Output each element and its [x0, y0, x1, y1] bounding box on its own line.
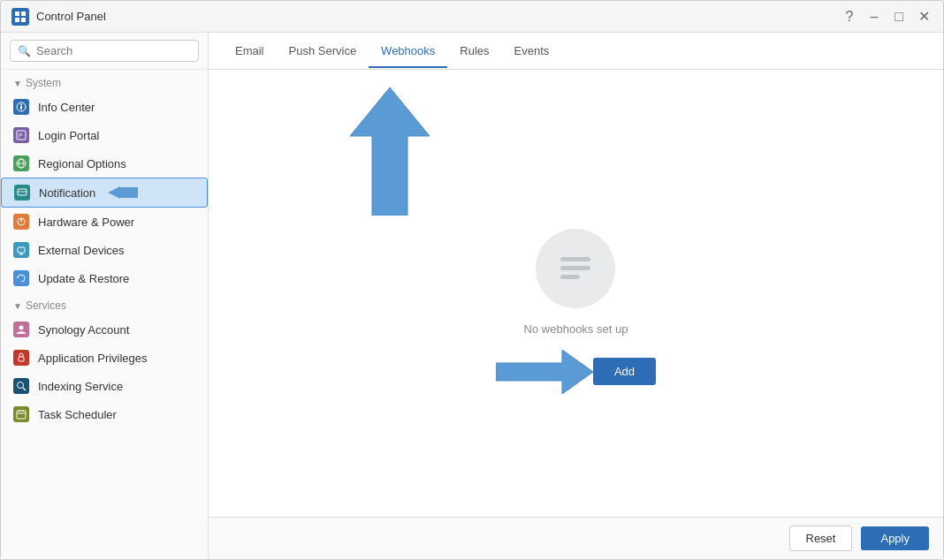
tab-webhooks[interactable]: Webhooks: [369, 35, 447, 68]
search-input[interactable]: [36, 44, 191, 57]
section-services: ▼ Services: [1, 292, 208, 315]
svg-rect-29: [560, 257, 590, 261]
empty-text: No webhooks set up: [524, 322, 628, 336]
section-system: ▼ System: [1, 70, 208, 93]
svg-text:P: P: [19, 132, 23, 139]
svg-rect-3: [21, 18, 26, 22]
svg-rect-24: [17, 411, 26, 419]
svg-rect-5: [20, 106, 22, 110]
search-bar: 🔍: [1, 33, 208, 70]
svg-rect-21: [19, 357, 24, 361]
arrow-annotation: [108, 186, 138, 199]
bottom-bar: Reset Apply: [209, 517, 943, 559]
svg-point-22: [18, 382, 24, 389]
services-section-arrow: ▼: [13, 301, 22, 311]
maximize-button[interactable]: □: [890, 8, 908, 26]
arrow-right-svg: [496, 350, 593, 394]
info-center-icon: [13, 99, 29, 115]
sidebar-item-update-restore[interactable]: Update & Restore: [1, 264, 208, 292]
task-scheduler-icon: [13, 406, 29, 422]
title-bar: Control Panel ? – □ ✕: [1, 1, 943, 33]
add-button[interactable]: Add: [593, 358, 656, 385]
hardware-power-icon: [13, 214, 29, 230]
app-icon: [11, 8, 29, 26]
close-button[interactable]: ✕: [915, 8, 933, 26]
sidebar-item-synology-account[interactable]: Synology Account: [1, 315, 208, 344]
task-scheduler-label: Task Scheduler: [38, 408, 117, 421]
tab-email[interactable]: Email: [223, 35, 277, 68]
sidebar-item-login-portal[interactable]: P Login Portal: [1, 121, 208, 149]
synology-account-icon: [13, 322, 29, 337]
empty-icon: [536, 229, 615, 308]
indexing-service-label: Indexing Service: [38, 380, 123, 393]
svg-line-23: [23, 388, 26, 390]
sidebar-item-info-center[interactable]: Info Center: [1, 93, 208, 121]
sidebar-item-application-privileges[interactable]: Application Privileges: [1, 344, 208, 372]
update-restore-label: Update & Restore: [38, 272, 129, 285]
arrow-left-head: [108, 186, 120, 199]
sidebar-item-regional-options[interactable]: Regional Options: [1, 149, 208, 178]
svg-rect-1: [21, 11, 26, 16]
tab-events[interactable]: Events: [502, 35, 562, 68]
login-portal-label: Login Portal: [38, 129, 99, 142]
arrow-left-body: [120, 187, 138, 198]
login-portal-icon: P: [13, 127, 29, 143]
svg-marker-28: [350, 87, 430, 216]
synology-account-label: Synology Account: [38, 323, 129, 337]
up-arrow-annotation: [350, 87, 430, 218]
svg-rect-2: [15, 18, 19, 22]
arrow-up-svg: [350, 87, 430, 216]
tab-push-service[interactable]: Push Service: [277, 35, 369, 68]
external-devices-label: External Devices: [38, 244, 125, 257]
sidebar: 🔍 ▼ System Info Center P Login Portal: [1, 33, 209, 559]
notification-label: Notification: [39, 186, 95, 200]
tabs-bar: Email Push Service Webhooks Rules Events: [209, 33, 943, 70]
svg-marker-19: [17, 276, 19, 278]
sidebar-item-indexing-service[interactable]: Indexing Service: [1, 372, 208, 400]
svg-rect-16: [18, 247, 25, 253]
add-row: Add: [496, 350, 656, 394]
empty-state: No webhooks set up Add: [496, 229, 656, 394]
main-layout: 🔍 ▼ System Info Center P Login Portal: [1, 33, 943, 559]
svg-point-6: [20, 104, 22, 106]
content-area: Email Push Service Webhooks Rules Events: [209, 33, 943, 559]
content-body: No webhooks set up Add: [209, 70, 943, 517]
external-devices-icon: [13, 242, 29, 258]
svg-rect-30: [560, 266, 590, 270]
window-title: Control Panel: [36, 10, 841, 23]
window-controls: ? – □ ✕: [841, 8, 933, 26]
svg-rect-31: [560, 275, 580, 279]
apply-button[interactable]: Apply: [861, 526, 929, 550]
search-icon: 🔍: [18, 45, 31, 57]
minimize-button[interactable]: –: [865, 8, 883, 26]
svg-rect-0: [15, 11, 19, 16]
application-privileges-label: Application Privileges: [38, 352, 148, 365]
update-restore-icon: [13, 270, 29, 286]
regional-options-icon: [13, 155, 29, 171]
regional-options-label: Regional Options: [38, 157, 126, 170]
reset-button[interactable]: Reset: [789, 526, 853, 551]
sidebar-item-notification[interactable]: Notification: [1, 178, 208, 208]
search-wrap[interactable]: 🔍: [10, 40, 199, 62]
sidebar-item-external-devices[interactable]: External Devices: [1, 236, 208, 264]
info-center-label: Info Center: [38, 101, 95, 114]
tab-rules[interactable]: Rules: [447, 35, 501, 68]
application-privileges-icon: [13, 350, 29, 366]
control-panel-window: Control Panel ? – □ ✕ 🔍 ▼ System: [0, 0, 944, 560]
sidebar-item-hardware-power[interactable]: Hardware & Power: [1, 208, 208, 236]
hardware-power-label: Hardware & Power: [38, 216, 134, 229]
svg-rect-12: [18, 189, 27, 195]
svg-marker-32: [496, 350, 593, 394]
help-button[interactable]: ?: [841, 8, 858, 26]
notification-icon: [14, 185, 30, 201]
indexing-service-icon: [13, 378, 29, 394]
svg-point-20: [19, 326, 24, 330]
section-arrow: ▼: [13, 79, 22, 88]
sidebar-item-task-scheduler[interactable]: Task Scheduler: [1, 400, 208, 428]
